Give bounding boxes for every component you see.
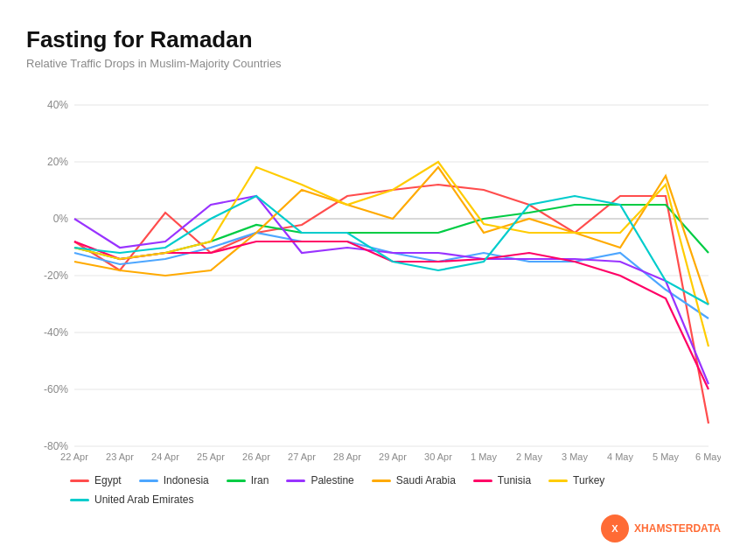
- legend-color-turkey: [548, 480, 568, 482]
- legend-item-tunisia: Tunisia: [473, 474, 531, 486]
- svg-text:6 May: 6 May: [695, 452, 721, 462]
- svg-text:4 May: 4 May: [607, 452, 633, 462]
- svg-text:-40%: -40%: [44, 326, 68, 339]
- svg-text:24 Apr: 24 Apr: [151, 452, 179, 462]
- branding: X XHAMSTERDATA: [601, 514, 721, 542]
- svg-text:25 Apr: 25 Apr: [197, 452, 225, 462]
- legend-color-palestine: [286, 480, 305, 482]
- svg-text:23 Apr: 23 Apr: [106, 452, 134, 462]
- legend-color-saudi: [372, 480, 391, 482]
- svg-text:26 Apr: 26 Apr: [242, 452, 270, 462]
- svg-text:28 Apr: 28 Apr: [333, 452, 361, 462]
- chart-title: Fasting for Ramadan: [26, 26, 721, 53]
- svg-text:-60%: -60%: [44, 383, 68, 396]
- svg-text:29 Apr: 29 Apr: [379, 452, 407, 462]
- legend-item-turkey: Turkey: [548, 474, 604, 486]
- legend-label-iran: Iran: [251, 474, 269, 486]
- svg-text:0%: 0%: [53, 213, 69, 225]
- legend-color-indonesia: [139, 480, 158, 482]
- svg-text:5 May: 5 May: [653, 452, 679, 462]
- legend: Egypt Indonesia Iran Palestine Saudi Ara…: [26, 474, 721, 506]
- line-uae: [74, 196, 709, 304]
- chart-subtitle: Relative Traffic Drops in Muslim-Majorit…: [26, 57, 721, 70]
- legend-item-uae: United Arab Emirates: [70, 494, 193, 506]
- legend-color-egypt: [70, 480, 89, 482]
- brand-icon: X: [601, 514, 629, 542]
- legend-item-egypt: Egypt: [70, 474, 122, 486]
- line-saudi: [74, 167, 709, 304]
- legend-color-iran: [227, 480, 246, 482]
- legend-label-uae: United Arab Emirates: [94, 494, 193, 506]
- svg-text:20%: 20%: [47, 156, 68, 168]
- svg-text:40%: 40%: [47, 99, 68, 111]
- svg-text:-20%: -20%: [44, 270, 68, 282]
- svg-text:27 Apr: 27 Apr: [288, 452, 316, 462]
- legend-label-saudi: Saudi Arabia: [396, 474, 456, 486]
- line-palestine: [74, 196, 709, 384]
- legend-label-turkey: Turkey: [573, 474, 604, 486]
- brand-name: XHAMSTERDATA: [634, 522, 721, 535]
- legend-label-tunisia: Tunisia: [498, 474, 531, 486]
- line-tunisia: [74, 242, 709, 389]
- legend-item-iran: Iran: [227, 474, 269, 486]
- legend-label-indonesia: Indonesia: [164, 474, 209, 486]
- legend-label-egypt: Egypt: [94, 474, 122, 486]
- svg-text:X: X: [611, 523, 618, 534]
- legend-color-tunisia: [473, 480, 492, 482]
- legend-item-saudi: Saudi Arabia: [372, 474, 456, 486]
- svg-text:2 May: 2 May: [516, 452, 542, 462]
- svg-text:1 May: 1 May: [471, 452, 497, 462]
- chart-area: 40% 20% 0% -20% -40% -60% -80% 22 Apr 23…: [26, 88, 721, 464]
- line-egypt: [74, 185, 709, 424]
- legend-item-indonesia: Indonesia: [139, 474, 209, 486]
- legend-color-uae: [70, 499, 89, 501]
- legend-label-palestine: Palestine: [311, 474, 353, 486]
- svg-text:30 Apr: 30 Apr: [424, 452, 452, 462]
- svg-text:3 May: 3 May: [562, 452, 588, 462]
- svg-text:22 Apr: 22 Apr: [60, 452, 88, 462]
- main-chart-svg: 40% 20% 0% -20% -40% -60% -80% 22 Apr 23…: [26, 88, 721, 464]
- legend-item-palestine: Palestine: [286, 474, 353, 486]
- svg-text:-80%: -80%: [44, 440, 68, 452]
